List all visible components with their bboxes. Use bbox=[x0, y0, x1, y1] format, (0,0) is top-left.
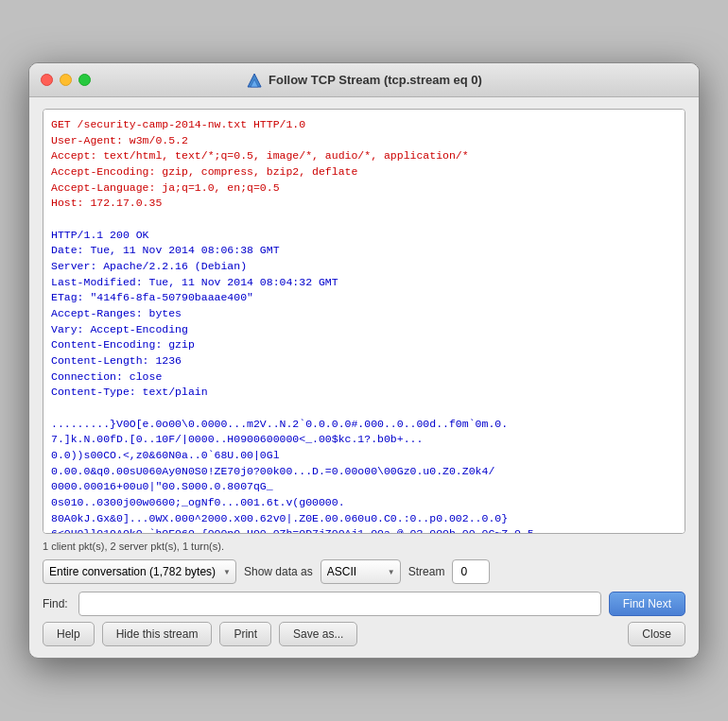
stream-line: Connection: close bbox=[51, 369, 677, 386]
print-button[interactable]: Print bbox=[219, 622, 271, 646]
stream-line: Server: Apache/2.2.16 (Debian) bbox=[51, 259, 677, 275]
window-title-area: Follow TCP Stream (tcp.stream eq 0) bbox=[246, 72, 482, 89]
stream-line: 0.00.0&q0.00sU060Ay0N0S0!ZE70j0?00k00...… bbox=[51, 464, 677, 480]
find-label: Find: bbox=[43, 597, 71, 610]
wireshark-icon bbox=[246, 72, 263, 89]
encoding-select-wrapper: ASCII EBCDIC Hex Dump C Arrays Raw bbox=[321, 559, 401, 584]
stream-line: Accept: text/html, text/*;q=0.5, image/*… bbox=[51, 148, 677, 164]
stream-number-input[interactable] bbox=[452, 559, 490, 584]
window-title: Follow TCP Stream (tcp.stream eq 0) bbox=[269, 73, 482, 87]
bottom-left-buttons: Help Hide this stream Print Save as... bbox=[43, 622, 357, 646]
traffic-lights bbox=[41, 74, 91, 86]
window-content: GET /security-camp-2014-nw.txt HTTP/1.0U… bbox=[29, 97, 699, 658]
show-data-label: Show data as bbox=[244, 565, 313, 578]
maximize-traffic-light[interactable] bbox=[78, 74, 91, 86]
titlebar: Follow TCP Stream (tcp.stream eq 0) bbox=[29, 63, 699, 97]
stream-line: 0s010..0300j00w0600;_ogNf0...001.6t.v(g0… bbox=[51, 495, 677, 511]
stream-line: Last-Modified: Tue, 11 Nov 2014 08:04:32… bbox=[51, 275, 677, 291]
stream-line: User-Agent: w3m/0.5.2 bbox=[51, 133, 677, 149]
stream-text-box[interactable]: GET /security-camp-2014-nw.txt HTTP/1.0U… bbox=[43, 109, 685, 534]
find-next-button[interactable]: Find Next bbox=[609, 592, 685, 616]
find-input[interactable] bbox=[78, 592, 601, 616]
encoding-select[interactable]: ASCII EBCDIC Hex Dump C Arrays Raw bbox=[321, 559, 401, 584]
stream-line: ETag: "414f6-8fa-50790baaae400" bbox=[51, 290, 677, 306]
find-row: Find: Find Next bbox=[43, 592, 685, 616]
stream-line: Date: Tue, 11 Nov 2014 08:06:38 GMT bbox=[51, 243, 677, 259]
stream-line: Content-Encoding: gzip bbox=[51, 337, 677, 353]
stream-line: 0.0))s00CO.<,z0&60N0a..0`68U.00|0Gl bbox=[51, 448, 677, 464]
stream-line: .........}V0O[e.0o00\0.0000...m2V..N.2`0… bbox=[51, 417, 677, 433]
stream-line: 7.]k.N.00fD.[0..10F/|0000..H0900600000<_… bbox=[51, 432, 677, 448]
help-button[interactable]: Help bbox=[43, 622, 95, 646]
stream-line: Accept-Encoding: gzip, compress, bzip2, … bbox=[51, 164, 677, 180]
conversation-select[interactable]: Entire conversation (1,782 bytes) Client… bbox=[43, 559, 236, 584]
stream-line: Accept-Ranges: bytes bbox=[51, 306, 677, 322]
save-as-button[interactable]: Save as... bbox=[279, 622, 357, 646]
stream-line: Host: 172.17.0.35 bbox=[51, 196, 677, 212]
stream-label: Stream bbox=[408, 565, 445, 578]
stream-line: HTTP/1.1 200 OK bbox=[51, 228, 677, 244]
bottom-row: Help Hide this stream Print Save as... C… bbox=[43, 622, 685, 646]
close-traffic-light[interactable] bbox=[41, 74, 53, 86]
stream-line: Content-Length: 1236 bbox=[51, 353, 677, 369]
stream-line: Content-Type: text/plain bbox=[51, 385, 677, 401]
status-line: 1 client pkt(s), 2 server pkt(s), 1 turn… bbox=[43, 541, 685, 552]
minimize-traffic-light[interactable] bbox=[60, 74, 72, 86]
stream-line: 0000.00016+00u0|"00.S000.0.8007qG_ bbox=[51, 479, 677, 495]
stream-line: GET /security-camp-2014-nw.txt HTTP/1.0 bbox=[51, 117, 677, 133]
stream-line: Accept-Language: ja;q=1.0, en;q=0.5 bbox=[51, 180, 677, 197]
conversation-select-wrapper: Entire conversation (1,782 bytes) Client… bbox=[43, 559, 236, 584]
stream-line bbox=[51, 401, 677, 417]
main-window: Follow TCP Stream (tcp.stream eq 0) GET … bbox=[28, 62, 700, 659]
close-button[interactable]: Close bbox=[628, 622, 685, 646]
stream-line: Vary: Accept-Encoding bbox=[51, 322, 677, 338]
stream-line bbox=[51, 212, 677, 228]
stream-line: 6<0H0}l019A0k0.`h0E060.{000p0.H00.0Zh=0D… bbox=[51, 526, 677, 534]
stream-line: 80A0kJ.Gx&0]...0WX.000^2000.x00.62v0|.Z0… bbox=[51, 511, 677, 527]
controls-row: Entire conversation (1,782 bytes) Client… bbox=[43, 559, 685, 584]
hide-stream-button[interactable]: Hide this stream bbox=[102, 622, 213, 646]
